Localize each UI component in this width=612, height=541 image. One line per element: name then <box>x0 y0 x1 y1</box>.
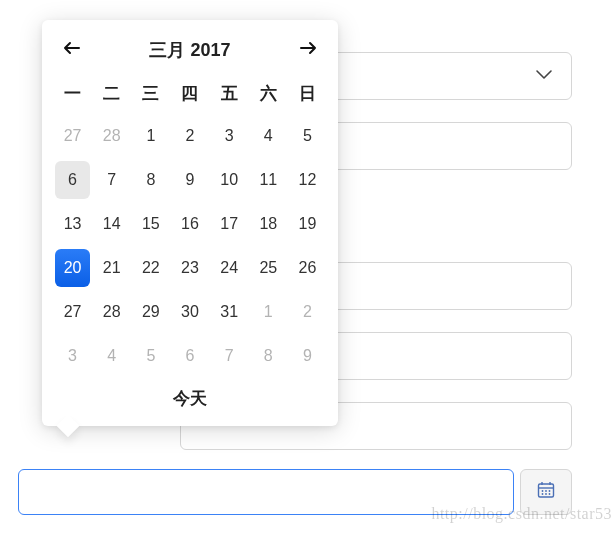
prev-month-button[interactable] <box>60 39 82 61</box>
calendar-day[interactable]: 18 <box>251 205 286 243</box>
calendar-day[interactable]: 12 <box>290 161 325 199</box>
svg-point-8 <box>545 493 547 495</box>
calendar-day[interactable]: 1 <box>251 293 286 331</box>
calendar-day[interactable]: 4 <box>94 337 129 375</box>
calendar-day[interactable]: 19 <box>290 205 325 243</box>
calendar-title[interactable]: 三月 2017 <box>149 38 230 62</box>
day-of-week-header: 日 <box>289 76 326 115</box>
calendar-day[interactable]: 4 <box>251 117 286 155</box>
calendar-day[interactable]: 15 <box>133 205 168 243</box>
svg-point-4 <box>542 490 544 492</box>
calendar-day[interactable]: 29 <box>133 293 168 331</box>
calendar-day[interactable]: 9 <box>172 161 207 199</box>
calendar-day[interactable]: 9 <box>290 337 325 375</box>
calendar-day[interactable]: 1 <box>133 117 168 155</box>
today-button[interactable]: 今天 <box>54 377 326 416</box>
calendar-day[interactable]: 5 <box>290 117 325 155</box>
calendar-day[interactable]: 17 <box>212 205 247 243</box>
calendar-day[interactable]: 25 <box>251 249 286 287</box>
svg-point-6 <box>549 490 551 492</box>
next-month-button[interactable] <box>298 39 320 61</box>
calendar-day[interactable]: 14 <box>94 205 129 243</box>
day-of-week-header: 四 <box>171 76 208 115</box>
calendar-day[interactable]: 21 <box>94 249 129 287</box>
calendar-day[interactable]: 28 <box>94 293 129 331</box>
calendar-day[interactable]: 6 <box>172 337 207 375</box>
watermark: http://blog.csdn.net/star53 <box>431 505 612 523</box>
calendar-day[interactable]: 27 <box>55 293 90 331</box>
calendar-day[interactable]: 2 <box>290 293 325 331</box>
calendar-day[interactable]: 3 <box>55 337 90 375</box>
arrow-left-icon <box>62 41 80 59</box>
calendar-day[interactable]: 8 <box>251 337 286 375</box>
calendar-day[interactable]: 11 <box>251 161 286 199</box>
calendar-day[interactable]: 26 <box>290 249 325 287</box>
calendar-day[interactable]: 8 <box>133 161 168 199</box>
day-of-week-header: 六 <box>250 76 287 115</box>
calendar-icon <box>536 480 556 504</box>
calendar-day[interactable]: 7 <box>212 337 247 375</box>
calendar-day[interactable]: 3 <box>212 117 247 155</box>
calendar-day[interactable]: 31 <box>212 293 247 331</box>
day-of-week-header: 三 <box>132 76 169 115</box>
calendar-day[interactable]: 7 <box>94 161 129 199</box>
calendar-day[interactable]: 16 <box>172 205 207 243</box>
calendar-day[interactable]: 23 <box>172 249 207 287</box>
calendar-day[interactable]: 10 <box>212 161 247 199</box>
svg-point-5 <box>545 490 547 492</box>
svg-point-7 <box>542 493 544 495</box>
calendar-day[interactable]: 28 <box>94 117 129 155</box>
calendar-day[interactable]: 22 <box>133 249 168 287</box>
calendar-day[interactable]: 27 <box>55 117 90 155</box>
chevron-down-icon <box>535 67 553 85</box>
day-of-week-header: 一 <box>54 76 91 115</box>
calendar-day[interactable]: 5 <box>133 337 168 375</box>
arrow-right-icon <box>300 41 318 59</box>
svg-point-9 <box>549 493 551 495</box>
day-of-week-header: 五 <box>211 76 248 115</box>
calendar-day[interactable]: 6 <box>55 161 90 199</box>
calendar-day[interactable]: 20 <box>55 249 90 287</box>
calendar-popup: 三月 2017 一二三四五六日 272812345678910111213141… <box>42 20 338 426</box>
calendar-header: 三月 2017 <box>54 34 326 76</box>
calendar-day[interactable]: 2 <box>172 117 207 155</box>
calendar-day[interactable]: 30 <box>172 293 207 331</box>
calendar-day[interactable]: 24 <box>212 249 247 287</box>
calendar-day[interactable]: 13 <box>55 205 90 243</box>
day-of-week-header: 二 <box>93 76 130 115</box>
